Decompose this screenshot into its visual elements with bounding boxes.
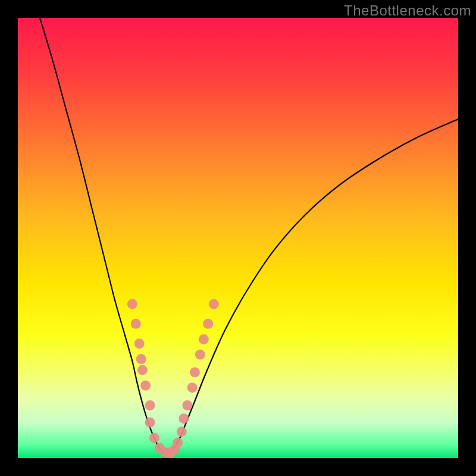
scatter-point	[140, 380, 151, 390]
scatter-point	[187, 383, 198, 393]
gradient-background	[18, 18, 458, 458]
scatter-point	[199, 334, 209, 345]
scatter-point	[177, 427, 187, 437]
scatter-point	[190, 367, 200, 377]
scatter-point	[173, 438, 183, 448]
scatter-point	[182, 400, 192, 411]
scatter-point	[195, 350, 205, 360]
scatter-point	[131, 319, 141, 329]
scatter-point	[203, 319, 213, 329]
scatter-point	[134, 339, 145, 349]
scatter-point	[127, 299, 137, 309]
scatter-point	[209, 299, 219, 309]
plot-area	[18, 18, 458, 458]
watermark-text: TheBottleneck.com	[344, 2, 471, 19]
scatter-point	[136, 354, 146, 364]
scatter-point	[145, 418, 155, 428]
scatter-point	[145, 400, 155, 411]
scatter-point	[137, 365, 148, 375]
chart-svg	[18, 18, 458, 458]
scatter-point	[178, 414, 189, 424]
scatter-point	[149, 433, 159, 443]
chart-frame: TheBottleneck.com	[0, 0, 476, 476]
